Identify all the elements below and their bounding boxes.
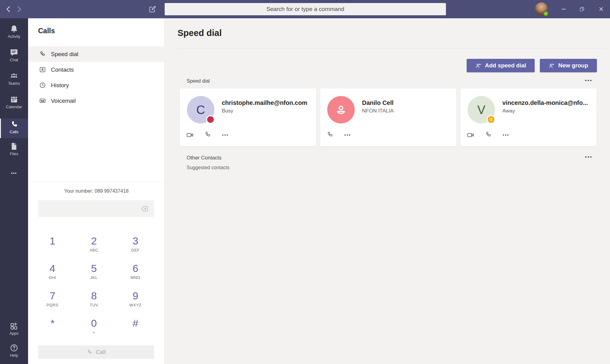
chevron-right-icon: [15, 5, 23, 13]
call-button[interactable]: Call: [38, 345, 154, 359]
menu-item-label: Speed dial: [51, 51, 78, 58]
new-group-label: New group: [558, 62, 588, 69]
header-divider: [178, 48, 605, 48]
restore-icon: [579, 6, 585, 12]
contact-card-icon: [39, 66, 46, 73]
sidebar-item-teams[interactable]: Teams: [0, 71, 28, 86]
sidebar-item-apps[interactable]: Apps: [0, 321, 28, 336]
person-add-icon: [548, 62, 555, 69]
menu-item-contacts[interactable]: Contacts: [28, 62, 165, 77]
close-button[interactable]: ×: [596, 4, 606, 14]
rail-more-button[interactable]: •••: [0, 171, 28, 175]
sidebar-item-help[interactable]: Help: [0, 343, 28, 358]
speed-dial-card[interactable]: C christophe.mailhe@nfon.com Busy •••: [180, 88, 316, 146]
dialpad-key-star[interactable]: *: [32, 316, 73, 330]
file-icon: [9, 142, 19, 151]
calls-panel: Calls Speed dial Contacts: [28, 18, 165, 364]
audio-call-icon[interactable]: [485, 131, 493, 139]
sidebar-item-label: Files: [0, 152, 28, 156]
speed-dial-card[interactable]: Danilo Cell NFON ITALIA •••: [320, 88, 456, 146]
help-icon: [9, 343, 19, 352]
menu-item-voicemail[interactable]: Voicemail: [28, 93, 165, 109]
apps-icon: [9, 321, 19, 330]
phone-outline-icon: [87, 349, 93, 355]
dialpad-key-2[interactable]: 2ABC: [73, 234, 115, 253]
dialpad-key-4[interactable]: 4GHI: [32, 261, 73, 280]
search-input[interactable]: Search for or type a command: [165, 3, 446, 15]
dialpad-key-pound[interactable]: #: [115, 316, 156, 330]
restore-button[interactable]: [577, 4, 587, 14]
dialpad-key-1[interactable]: 1: [32, 234, 73, 248]
sidebar-item-label: Help: [0, 353, 28, 358]
forward-button[interactable]: [15, 5, 23, 13]
menu-item-label: Voicemail: [51, 98, 76, 104]
sidebar-item-label: Teams: [0, 81, 28, 86]
sidebar-item-label: Activity: [0, 34, 28, 39]
dialpad-key-0[interactable]: 0+: [73, 316, 115, 335]
add-speed-dial-button[interactable]: Add speed dial: [467, 59, 535, 72]
calendar-icon: [9, 95, 19, 104]
menu-item-history[interactable]: History: [28, 77, 165, 93]
contact-name: vincenzo.della-monica@nfo...: [502, 99, 593, 106]
section-label-other-contacts: Other Contacts: [187, 155, 221, 161]
user-avatar[interactable]: [535, 2, 548, 16]
minimize-icon: [562, 9, 566, 9]
teams-people-icon: [9, 71, 19, 80]
app-body: Activity Chat Teams: [0, 18, 610, 364]
audio-call-icon[interactable]: [326, 131, 334, 139]
video-call-icon[interactable]: [467, 131, 475, 139]
dialpad-key-5[interactable]: 5JKL: [73, 261, 115, 280]
new-group-button[interactable]: New group: [540, 59, 597, 72]
sidebar-item-calls[interactable]: Calls: [0, 120, 28, 134]
sidebar-item-calendar[interactable]: Calendar: [0, 95, 28, 109]
dialpad-key-8[interactable]: 8TUV: [73, 289, 115, 308]
call-button-label: Call: [96, 349, 106, 355]
dialpad-key-3[interactable]: 3DEF: [115, 234, 156, 253]
sidebar-item-chat[interactable]: Chat: [0, 48, 28, 62]
back-button[interactable]: [4, 5, 13, 13]
add-speed-dial-label: Add speed dial: [485, 62, 526, 69]
avatar: [327, 96, 355, 123]
sidebar-item-label: Apps: [0, 331, 28, 336]
available-status-icon: [543, 11, 549, 16]
contact-status: Away: [502, 108, 515, 114]
title-bar: Search for or type a command ×: [0, 0, 610, 18]
menu-item-label: History: [51, 82, 69, 89]
phone-outline-icon: [39, 51, 46, 58]
phone-icon: [9, 120, 19, 129]
sidebar-item-label: Calendar: [0, 105, 28, 109]
dialpad-key-6[interactable]: 6MNO: [115, 261, 156, 280]
your-number-label: Your number: 089 997437418: [28, 188, 165, 194]
dialpad-key-9[interactable]: 9WXYZ: [115, 289, 156, 308]
speed-dial-card[interactable]: V vincenzo.della-monica@nfo... Away •••: [461, 88, 597, 146]
card-more-button[interactable]: •••: [344, 133, 351, 137]
menu-item-speed-dial[interactable]: Speed dial: [28, 46, 165, 62]
backspace-icon: [140, 205, 149, 213]
audio-call-icon[interactable]: [204, 131, 212, 139]
contact-name: Danilo Cell: [362, 99, 452, 106]
minimize-button[interactable]: [559, 4, 569, 14]
sidebar-item-files[interactable]: Files: [0, 142, 28, 156]
sidebar-item-activity[interactable]: Activity: [0, 24, 28, 39]
avatar-initial: C: [196, 103, 205, 117]
person-add-icon: [475, 62, 482, 69]
page-title: Speed dial: [178, 28, 222, 38]
dialpad-key-7[interactable]: 7PQRS: [32, 289, 73, 308]
teams-app-window: Search for or type a command ×: [0, 0, 610, 364]
close-icon: ×: [599, 5, 604, 13]
compose-icon: [148, 5, 157, 13]
card-more-button[interactable]: •••: [222, 133, 229, 137]
busy-status-icon: [206, 115, 215, 124]
dial-number-input[interactable]: [38, 200, 154, 217]
card-more-button[interactable]: •••: [503, 133, 509, 137]
person-icon: [333, 102, 349, 118]
sidebar-item-label: Chat: [0, 58, 28, 62]
speed-dial-more-button[interactable]: •••: [585, 78, 593, 83]
video-call-icon[interactable]: [186, 131, 194, 139]
new-chat-button[interactable]: [148, 5, 157, 13]
contact-status: Busy: [222, 108, 233, 114]
other-contacts-more-button[interactable]: •••: [585, 154, 593, 159]
away-status-icon: [487, 115, 495, 124]
speed-dial-page: Speed dial Add speed dial New group Spee…: [165, 18, 610, 364]
backspace-button[interactable]: [140, 205, 149, 213]
